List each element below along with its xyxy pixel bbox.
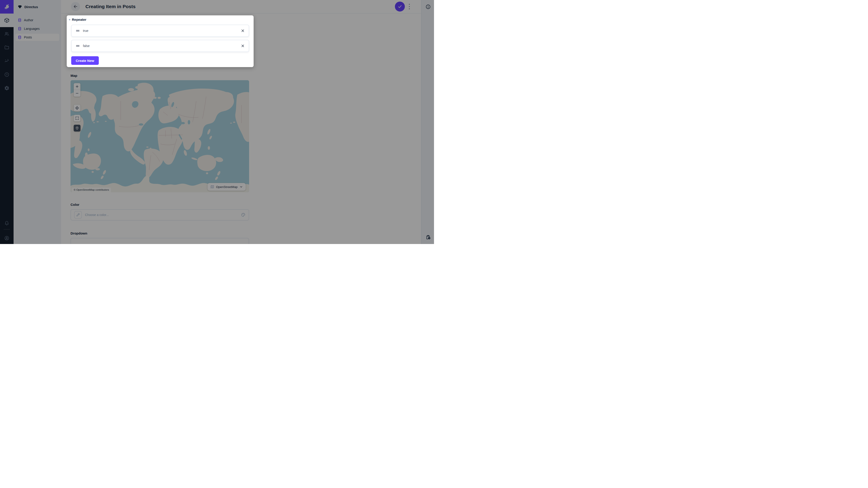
close-icon[interactable] xyxy=(241,29,245,33)
create-new-button[interactable]: Create New xyxy=(71,56,99,65)
repeater-popover: Repeater true false Create New xyxy=(67,15,254,67)
repeater-row[interactable]: false xyxy=(71,40,249,52)
close-icon[interactable] xyxy=(241,43,245,48)
repeater-label-row: Repeater xyxy=(69,18,86,22)
drag-handle-icon[interactable] xyxy=(75,43,80,48)
repeater-row[interactable]: true xyxy=(71,25,249,37)
repeater-field-label: Repeater xyxy=(72,18,86,22)
repeater-row-value: true xyxy=(83,29,241,33)
drag-handle-icon[interactable] xyxy=(75,28,80,33)
directus-app: ? Direct xyxy=(0,0,434,244)
edited-dot xyxy=(69,19,70,20)
repeater-row-value: false xyxy=(83,44,241,48)
